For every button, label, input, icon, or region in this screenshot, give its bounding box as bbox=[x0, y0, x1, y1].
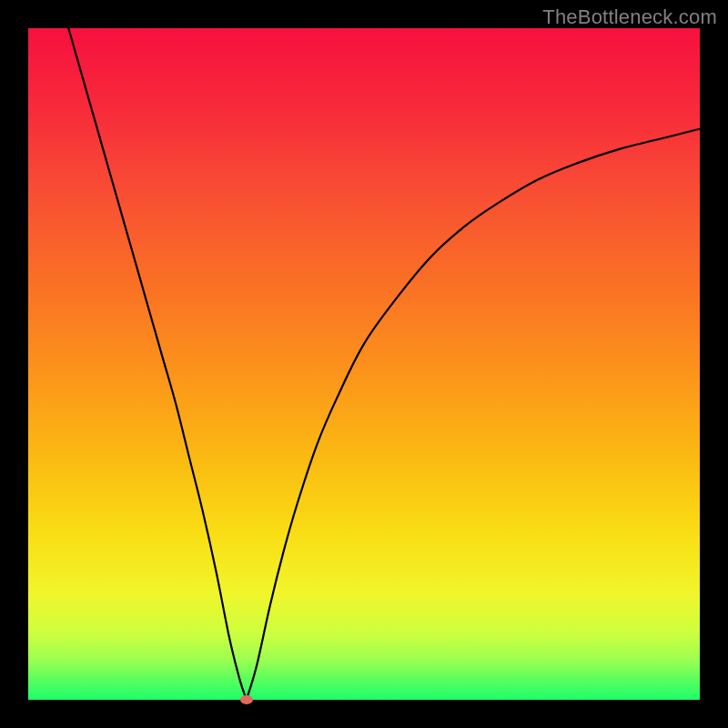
chart-frame: TheBottleneck.com bbox=[0, 0, 728, 728]
minimum-marker bbox=[240, 695, 253, 704]
curve-left bbox=[68, 28, 247, 700]
curve-right bbox=[247, 129, 700, 700]
watermark-text: TheBottleneck.com bbox=[542, 5, 717, 29]
bottleneck-curve bbox=[28, 28, 700, 700]
plot-area bbox=[28, 28, 700, 700]
